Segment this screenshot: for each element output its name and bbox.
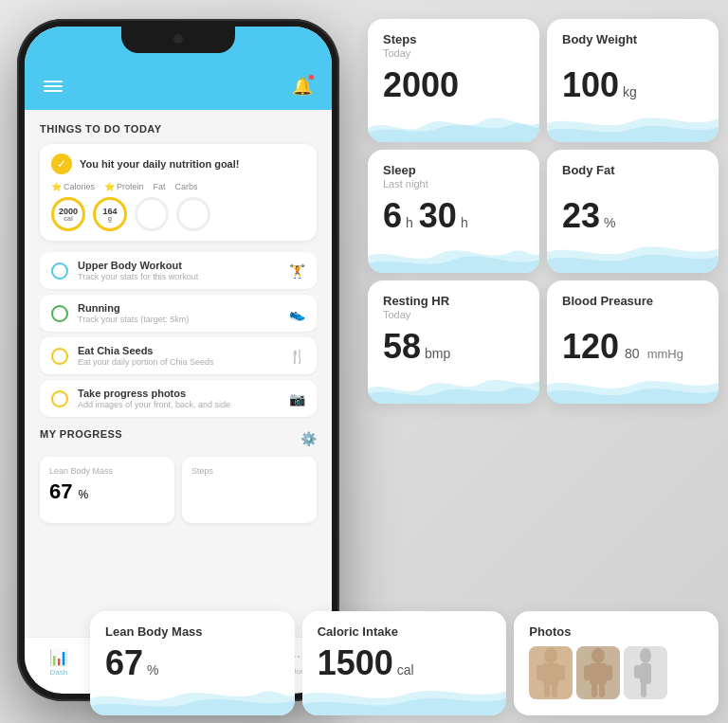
stat-subtitle-restinghr: Today: [383, 309, 524, 320]
task-sub: Track your stats (target: 5km): [78, 315, 280, 324]
stat-unit-restinghr: bmp: [425, 346, 450, 361]
task-info: Take progress photos Add images of your …: [78, 388, 280, 409]
svg-rect-5: [544, 682, 550, 697]
stat-value-row-restinghr: 58 bmp: [383, 330, 524, 364]
stat-subtitle-steps: Today: [383, 47, 524, 59]
stat-card-bloodpressure: Blood Preasure . 120 80 mmHg: [547, 280, 719, 404]
menu-icon[interactable]: [44, 81, 63, 92]
bottom-card-leanbodymass: Lean Body Mass 67 %: [90, 611, 295, 715]
task-circle-blue: [51, 262, 68, 280]
section-title-tasks: THINGS TO DO TODAY: [40, 123, 317, 135]
task-sub: Eat your daily portion of Chia Seeds: [78, 357, 280, 367]
svg-rect-4: [557, 665, 565, 680]
protein-circle: 164 g: [93, 197, 127, 231]
task-circle-yellow2: [51, 390, 68, 407]
photo-back: [529, 646, 573, 699]
calories-circle: 2000 cal: [51, 197, 85, 231]
stat-subtitle-sleep: Last night: [383, 178, 524, 190]
stat-subtitle-bodyfat: .: [562, 178, 703, 190]
task-name: Eat Chia Seeds: [78, 345, 280, 356]
task-item[interactable]: Running Track your stats (target: 5km) 👟: [40, 295, 317, 332]
mini-card-label: Lean Body Mass: [49, 466, 165, 476]
stat-value-bodyweight: 100: [562, 68, 619, 102]
progress-cards-row: Lean Body Mass 67 % Steps: [40, 457, 317, 523]
stat-title-caloricintake: Caloric Intake: [318, 624, 492, 639]
task-sub: Track your stats for this workout: [78, 272, 280, 281]
settings-icon[interactable]: ⚙️: [300, 431, 317, 446]
phone-screen: 🔔 THINGS TO DO TODAY ✓ You hit your dail…: [25, 27, 332, 694]
stat-value-row-bloodpressure: 120 80 mmHg: [562, 330, 703, 364]
task-info: Upper Body Workout Track your stats for …: [78, 260, 280, 281]
bottom-cards-row: Lean Body Mass 67 % Caloric Intake 1500 …: [90, 611, 719, 715]
stat-value-row-bodyfat: 23 %: [562, 199, 703, 233]
photo-side: [624, 646, 667, 699]
carbs-label: Carbs: [175, 182, 198, 191]
task-item[interactable]: Upper Body Workout Track your stats for …: [40, 252, 317, 289]
section-title-progress: MY PROGRESS: [40, 428, 122, 440]
app-header: 🔔: [25, 68, 332, 110]
nav-item-dash[interactable]: 📊 Dash: [49, 648, 68, 677]
stat-value-bodyfat: 23: [562, 199, 600, 233]
stat-value-restinghr: 58: [383, 330, 421, 364]
progress-mini-card-1: Lean Body Mass 67 %: [40, 457, 174, 523]
stat-subtitle-bloodpressure: .: [562, 309, 703, 320]
svg-rect-16: [640, 663, 651, 684]
bell-icon[interactable]: 🔔: [292, 76, 313, 97]
svg-rect-3: [537, 665, 544, 680]
protein-unit: g: [108, 215, 112, 222]
mini-card-label2: Steps: [191, 466, 307, 476]
task-name: Take progress photos: [78, 388, 280, 399]
bottom-card-caloricintake: Caloric Intake 1500 cal: [302, 611, 507, 715]
svg-rect-6: [552, 682, 557, 697]
task-circle-yellow: [51, 348, 68, 365]
stat-unit-sleep-h: h: [406, 215, 413, 230]
check-icon: ✓: [51, 154, 72, 174]
task-circle-green: [51, 305, 68, 322]
stats-grid: Steps Today 2000 Body Weight . 100 kg: [368, 19, 719, 411]
stat-title-steps: Steps: [383, 32, 524, 46]
svg-rect-10: [584, 665, 592, 680]
app-content: THINGS TO DO TODAY ✓ You hit your daily …: [25, 110, 332, 637]
stat-card-sleep: Sleep Last night 6 h 30 h: [368, 150, 539, 273]
svg-rect-17: [634, 665, 641, 678]
svg-point-8: [592, 648, 605, 663]
stat-title-bodyfat: Body Fat: [562, 163, 703, 177]
workout-icon: 🏋: [289, 263, 305, 279]
stat-title-bloodpressure: Blood Preasure: [562, 294, 703, 308]
stat-value-bloodpressure: 120: [562, 330, 619, 364]
svg-point-15: [640, 648, 651, 663]
svg-rect-18: [641, 682, 646, 697]
stat-title-leanbodymass: Lean Body Mass: [105, 624, 280, 639]
task-item[interactable]: Take progress photos Add images of your …: [40, 380, 317, 417]
stat-card-bodyfat: Body Fat . 23 %: [547, 150, 719, 273]
mini-card-value: 67 %: [49, 479, 165, 504]
cal-label: ⭐ Calories: [51, 182, 95, 191]
stat-unit-sleep-h2: h: [461, 215, 468, 230]
wave-restinghr: [368, 366, 539, 404]
daily-goal-card: ✓ You hit your daily nutrition goal! ⭐ C…: [40, 144, 317, 241]
wave-bodyfat: [547, 235, 719, 273]
stat-value-row-leanbodymass: 67 %: [105, 646, 280, 680]
stat-card-restinghr: Resting HR Today 58 bmp: [368, 280, 539, 404]
stat-value-sleep2: 30: [419, 199, 457, 233]
goal-message: You hit your daily nutrition goal!: [80, 158, 239, 170]
svg-point-1: [544, 648, 557, 663]
notification-dot: [308, 74, 315, 81]
task-item[interactable]: Eat Chia Seeds Eat your daily portion of…: [40, 337, 317, 374]
svg-rect-11: [605, 665, 612, 680]
svg-rect-9: [590, 663, 607, 684]
stat-card-steps: Steps Today 2000: [368, 19, 539, 142]
stat-value-row-bodyweight: 100 kg: [562, 68, 703, 102]
svg-rect-2: [542, 663, 559, 684]
stat-unit-caloricintake: cal: [397, 662, 414, 678]
stat-subtitle-bodyweight: .: [562, 47, 703, 59]
stat-title-sleep: Sleep: [383, 163, 524, 177]
phone: 🔔 THINGS TO DO TODAY ✓ You hit your dail…: [17, 19, 339, 701]
protein-label: ⭐ Protein: [104, 182, 144, 191]
stat-value-leanbodymass: 67: [105, 646, 143, 680]
running-icon: 👟: [289, 306, 305, 321]
task-list: Upper Body Workout Track your stats for …: [40, 252, 317, 417]
task-info: Running Track your stats (target: 5km): [78, 302, 280, 324]
stat-value-row-sleep: 6 h 30 h: [383, 199, 524, 233]
bottom-card-photos: Photos: [514, 611, 719, 715]
